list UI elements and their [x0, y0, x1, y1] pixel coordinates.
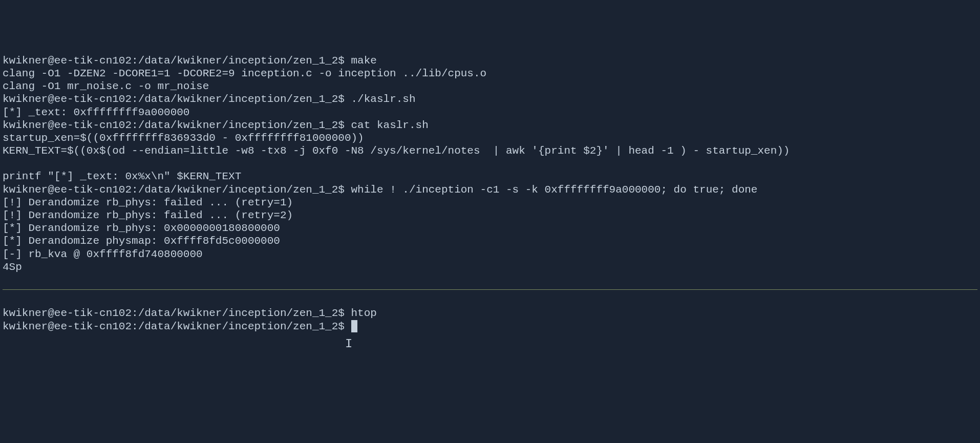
terminal-line: printf "[*] _text: 0x%x\n" $KERN_TEXT — [3, 170, 977, 183]
terminal-cursor — [351, 320, 357, 332]
terminal-line: kwikner@ee-tik-cn102:/data/kwikner/incep… — [3, 183, 977, 196]
terminal-line: kwikner@ee-tik-cn102:/data/kwikner/incep… — [3, 119, 977, 132]
terminal-command: cat kaslr.sh — [351, 119, 429, 131]
terminal-line: kwikner@ee-tik-cn102:/data/kwikner/incep… — [3, 320, 977, 333]
terminal-prompt: kwikner@ee-tik-cn102:/data/kwikner/incep… — [3, 119, 351, 131]
terminal-line: 4Sp — [3, 261, 977, 273]
terminal-prompt: kwikner@ee-tik-cn102:/data/kwikner/incep… — [3, 184, 351, 196]
terminal-line: clang -O1 -DZEN2 -DCORE1=1 -DCORE2=9 inc… — [3, 67, 977, 80]
terminal-command: while ! ./inception -c1 -s -k 0xffffffff… — [351, 184, 758, 196]
terminal-line: [!] Derandomize rb_phys: failed ... (ret… — [3, 196, 977, 209]
terminal-line: [*] Derandomize physmap: 0xffff8fd5c0000… — [3, 235, 977, 247]
terminal-line: kwikner@ee-tik-cn102:/data/kwikner/incep… — [3, 93, 977, 106]
terminal-prompt: kwikner@ee-tik-cn102:/data/kwikner/incep… — [3, 321, 351, 332]
terminal-prompt: kwikner@ee-tik-cn102:/data/kwikner/incep… — [3, 93, 351, 105]
terminal-line: kwikner@ee-tik-cn102:/data/kwikner/incep… — [3, 307, 977, 320]
terminal-line: [*] Derandomize rb_phys: 0x0000000180800… — [3, 222, 977, 235]
pane-divider[interactable] — [3, 289, 977, 290]
terminal-line: [-] rb_kva @ 0xffff8fd740800000 — [3, 248, 977, 261]
terminal-line: [!] Derandomize rb_phys: failed ... (ret… — [3, 209, 977, 222]
terminal-pane-bottom[interactable]: kwikner@ee-tik-cn102:/data/kwikner/incep… — [3, 307, 977, 332]
terminal-line: [*] _text: 0xffffffff9a000000 — [3, 106, 977, 119]
terminal-command: make — [351, 55, 377, 67]
terminal-line — [3, 157, 977, 170]
terminal-line: kwikner@ee-tik-cn102:/data/kwikner/incep… — [3, 54, 977, 67]
text-cursor-icon: I — [345, 337, 352, 352]
terminal-command: htop — [351, 307, 377, 319]
terminal-line: clang -O1 mr_noise.c -o mr_noise — [3, 80, 977, 93]
terminal-prompt: kwikner@ee-tik-cn102:/data/kwikner/incep… — [3, 55, 351, 67]
terminal-line: KERN_TEXT=$((0x$(od --endian=little -w8 … — [3, 144, 977, 157]
terminal-prompt: kwikner@ee-tik-cn102:/data/kwikner/incep… — [3, 307, 351, 319]
terminal-line: startup_xen=$((0xffffffff836933d0 - 0xff… — [3, 132, 977, 144]
terminal-command: ./kaslr.sh — [351, 93, 416, 105]
terminal-pane-top[interactable]: kwikner@ee-tik-cn102:/data/kwikner/incep… — [3, 54, 977, 273]
